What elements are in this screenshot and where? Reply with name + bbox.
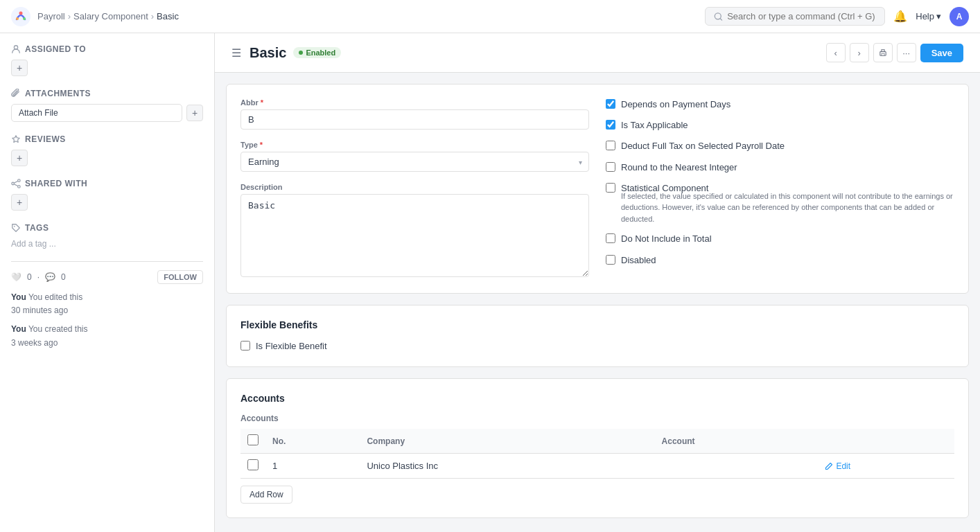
- activity-2-time: 3 weeks ago: [11, 338, 58, 348]
- app-logo[interactable]: [11, 7, 30, 26]
- row-checkbox[interactable]: [247, 459, 259, 470]
- add-tag-placeholder[interactable]: Add a tag ...: [11, 239, 56, 249]
- star-icon: [11, 134, 21, 144]
- description-label: Description: [240, 183, 589, 191]
- sidebar-meta: 🤍 0 · 💬 0 FOLLOW You You edited this 30 …: [11, 261, 203, 350]
- edit-link[interactable]: Edit: [825, 461, 947, 471]
- add-review-button[interactable]: +: [11, 150, 28, 166]
- breadcrumb-current: Basic: [157, 11, 179, 21]
- type-field-group: Type * Earning Deduction ▾: [240, 141, 589, 172]
- tag-icon: [11, 223, 21, 233]
- search-bar[interactable]: [705, 7, 885, 26]
- attach-plus-button[interactable]: +: [186, 105, 203, 121]
- activity-1-time: 30 minutes ago: [11, 305, 68, 315]
- abbr-input[interactable]: [240, 109, 589, 130]
- description-textarea[interactable]: Basic: [240, 194, 589, 277]
- depends-on-payment-days-label[interactable]: Depends on Payment Days: [621, 98, 730, 111]
- attachments-label: Attachments: [11, 89, 203, 98]
- activity-1: You You edited this 30 minutes ago: [11, 291, 203, 317]
- table-row: 1 Unico Plastics Inc Edit: [240, 454, 954, 479]
- activity-1-you: You: [11, 292, 26, 302]
- tags-label: Tags: [11, 223, 203, 233]
- depends-on-payment-days-checkbox[interactable]: [606, 99, 615, 109]
- follow-button[interactable]: FOLLOW: [157, 270, 203, 284]
- is-flexible-benefit-checkbox[interactable]: [240, 341, 250, 351]
- status-label: Enabled: [306, 48, 335, 57]
- more-options-button[interactable]: ···: [897, 43, 916, 62]
- breadcrumb-payroll[interactable]: Payroll: [37, 11, 65, 21]
- like-icon[interactable]: 🤍: [11, 272, 21, 282]
- activity-1-text: You edited this: [28, 292, 82, 302]
- print-button[interactable]: [873, 43, 893, 62]
- breadcrumb-salary-component[interactable]: Salary Component: [73, 11, 148, 21]
- accounts-section: Accounts Accounts No. Company Account: [226, 378, 969, 518]
- deduct-full-tax-label[interactable]: Deduct Full Tax on Selected Payroll Date: [621, 140, 785, 152]
- pencil-icon: [825, 462, 833, 470]
- paperclip-icon: [11, 89, 21, 98]
- next-button[interactable]: ›: [850, 43, 869, 62]
- hamburger-icon[interactable]: ☰: [231, 46, 241, 60]
- round-to-nearest-label[interactable]: Round to the Nearest Integer: [621, 161, 737, 174]
- is-tax-applicable-item: Is Tax Applicable: [606, 119, 954, 132]
- attach-file-button[interactable]: Attach File: [11, 104, 182, 122]
- breadcrumb-sep-1: ›: [68, 11, 71, 21]
- is-tax-applicable-label[interactable]: Is Tax Applicable: [621, 119, 688, 132]
- is-flexible-benefit-item: Is Flexible Benefit: [240, 340, 954, 353]
- chevron-down-icon: ▾: [936, 11, 941, 21]
- accounts-table: No. Company Account 1 Unico Plasti: [240, 429, 954, 479]
- disabled-label[interactable]: Disabled: [621, 254, 656, 267]
- search-input[interactable]: [727, 11, 876, 21]
- breadcrumb-sep-2: ›: [151, 11, 154, 21]
- do-not-include-in-total-item: Do Not Include in Total: [606, 233, 954, 245]
- do-not-include-in-total-checkbox[interactable]: [606, 233, 615, 243]
- is-tax-applicable-checkbox[interactable]: [606, 120, 615, 130]
- abbr-required: *: [261, 98, 263, 107]
- svg-point-0: [11, 7, 30, 26]
- activity-2-you: You: [11, 324, 26, 334]
- deduct-full-tax-checkbox[interactable]: [606, 141, 615, 150]
- round-to-nearest-checkbox[interactable]: [606, 162, 615, 172]
- row-no-cell: 1: [265, 454, 360, 479]
- sidebar-attachments: Attachments Attach File +: [11, 89, 203, 122]
- add-shared-with-button[interactable]: +: [11, 194, 28, 211]
- disabled-checkbox[interactable]: [606, 255, 615, 265]
- save-button[interactable]: Save: [920, 44, 963, 62]
- round-to-nearest-item: Round to the Nearest Integer: [606, 161, 954, 174]
- main-content: ☰ Basic Enabled ‹ › ··· Save: [215, 33, 980, 532]
- statistical-component-checkbox[interactable]: [606, 183, 615, 193]
- prev-button[interactable]: ‹: [826, 43, 846, 62]
- flexible-benefits-heading: Flexible Benefits: [240, 319, 954, 330]
- row-company-cell: Unico Plastics Inc: [360, 454, 654, 479]
- svg-rect-11: [882, 53, 884, 55]
- sidebar-shared-with: Shared With +: [11, 179, 203, 211]
- add-row-button[interactable]: Add Row: [240, 486, 292, 504]
- abbr-label: Abbr *: [240, 98, 589, 107]
- disabled-item: Disabled: [606, 254, 954, 267]
- activity-2: You You created this 3 weeks ago: [11, 323, 203, 349]
- add-assigned-to-button[interactable]: +: [11, 60, 28, 76]
- help-button[interactable]: Help ▾: [916, 11, 941, 21]
- sidebar-tags: Tags Add a tag ...: [11, 223, 203, 249]
- statistical-component-group: Statistical Component If selected, the v…: [606, 182, 954, 225]
- svg-point-7: [12, 182, 15, 185]
- form-area: Abbr * Type * Ea: [215, 73, 980, 529]
- sidebar-reviews: Reviews +: [11, 134, 203, 166]
- abbr-field-group: Abbr *: [240, 98, 589, 130]
- header-actions: ‹ › ··· Save: [826, 43, 963, 62]
- do-not-include-in-total-label[interactable]: Do Not Include in Total: [621, 233, 712, 245]
- topnav-right: 🔔 Help ▾ A: [893, 7, 969, 26]
- breadcrumb: Payroll › Salary Component › Basic: [37, 11, 179, 21]
- depends-on-payment-days-item: Depends on Payment Days: [606, 98, 954, 111]
- notifications-button[interactable]: 🔔: [893, 10, 907, 23]
- table-header-actions: [818, 429, 954, 454]
- form-right-col: Depends on Payment Days Is Tax Applicabl…: [606, 98, 954, 279]
- avatar[interactable]: A: [950, 7, 969, 26]
- table-header-account: Account: [655, 429, 819, 454]
- type-select[interactable]: Earning Deduction: [240, 152, 589, 172]
- table-header-no: No.: [265, 429, 360, 454]
- is-flexible-benefit-label[interactable]: Is Flexible Benefit: [256, 340, 327, 353]
- table-header-company: Company: [360, 429, 654, 454]
- comment-icon[interactable]: 💬: [45, 272, 55, 282]
- table-select-all-checkbox[interactable]: [247, 434, 259, 445]
- sidebar: Assigned To + Attachments Attach File +: [0, 33, 215, 532]
